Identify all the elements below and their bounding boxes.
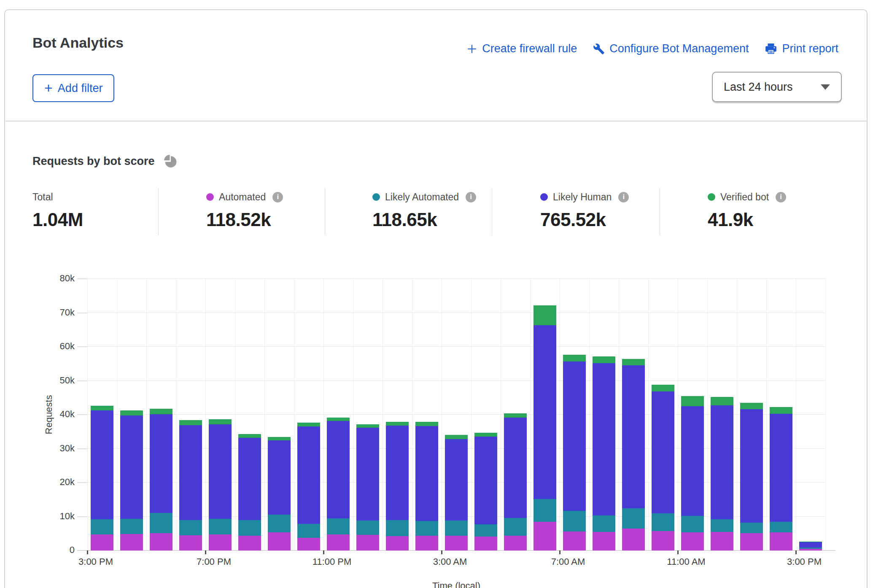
y-tick-label: 30k <box>28 443 75 454</box>
bar-segment-automated <box>150 533 172 550</box>
bar-segment-likely-automated <box>238 520 261 536</box>
info-icon[interactable]: i <box>776 192 786 202</box>
v-gridline <box>264 279 265 550</box>
stat-total: Total 1.04M <box>32 191 83 230</box>
link-label: Create firewall rule <box>482 42 577 55</box>
x-tick <box>559 550 560 554</box>
v-gridline <box>707 279 708 550</box>
bar-segment-likely-automated <box>593 515 615 532</box>
bar-segment-automated <box>238 536 261 550</box>
bar-segment-likely-automated <box>622 508 645 529</box>
v-gridline <box>87 279 88 550</box>
bar-segment-likely-human <box>652 391 674 513</box>
bar-segment-likely-automated <box>415 521 438 536</box>
bar-segment-verified-bot <box>386 422 409 426</box>
bar-segment-likely-automated <box>268 515 291 532</box>
bar-segment-automated <box>534 522 556 550</box>
bar-segment-verified-bot <box>622 359 645 365</box>
configure-bot-management-link[interactable]: Configure Bot Management <box>593 42 749 55</box>
bar-segment-likely-automated <box>209 519 232 534</box>
bar-segment-automated <box>740 533 763 550</box>
y-tick-label: 80k <box>28 273 75 284</box>
bar-segment-verified-bot <box>652 385 674 391</box>
bar-segment-verified-bot <box>474 433 497 437</box>
x-tick-label: 3:00 PM <box>766 556 842 567</box>
bar-segment-likely-human <box>120 415 143 519</box>
bar-segment-likely-human <box>681 406 704 516</box>
bar-segment-likely-automated <box>652 513 674 531</box>
create-firewall-rule-link[interactable]: Create firewall rule <box>466 42 577 55</box>
info-icon[interactable]: i <box>272 192 283 202</box>
stat-divider <box>660 188 660 235</box>
bar-4-00-am[interactable] <box>474 279 497 550</box>
bar-2-00-pm[interactable] <box>770 279 792 550</box>
pie-chart-icon <box>162 153 179 170</box>
stat-label: Automated <box>219 192 266 203</box>
stat-label: Total <box>32 192 53 203</box>
bar-segment-automated <box>445 536 468 550</box>
y-tick-label: 70k <box>28 307 75 318</box>
y-tick <box>77 278 87 279</box>
bar-segment-likely-human <box>268 440 291 515</box>
bar-segment-likely-human <box>150 414 172 513</box>
section-heading-row: Requests by bot score <box>32 153 179 170</box>
bar-segment-likely-automated <box>297 524 320 538</box>
bar-segment-likely-automated <box>356 521 379 535</box>
add-filter-button[interactable]: + Add filter <box>32 74 114 102</box>
stat-value: 41.9k <box>708 209 786 230</box>
bar-7-00-am[interactable] <box>563 279 586 550</box>
bar-6-00-pm[interactable] <box>179 279 202 550</box>
bar-12-00-pm[interactable] <box>711 279 733 550</box>
bar-segment-automated <box>268 532 291 551</box>
bar-3-00-am[interactable] <box>445 279 468 550</box>
bar-11-00-pm[interactable] <box>327 279 350 550</box>
link-label: Configure Bot Management <box>609 42 749 55</box>
info-icon[interactable]: i <box>618 192 629 202</box>
bar-segment-automated <box>622 529 645 550</box>
bar-1-00-pm[interactable] <box>740 279 763 550</box>
v-gridline <box>176 279 176 550</box>
bar-9-00-pm[interactable] <box>268 279 291 550</box>
bar-3-00-pm[interactable] <box>799 279 822 550</box>
bar-3-00-pm[interactable] <box>91 279 113 550</box>
bar-segment-automated <box>474 537 497 550</box>
bar-4-00-pm[interactable] <box>120 279 143 550</box>
bar-segment-likely-human <box>534 325 556 499</box>
bar-5-00-am[interactable] <box>504 279 527 550</box>
bar-segment-verified-bot <box>740 403 763 409</box>
bar-segment-likely-human <box>179 425 202 520</box>
bar-11-00-am[interactable] <box>681 279 704 550</box>
bar-12-00-am[interactable] <box>356 279 379 550</box>
bar-segment-automated <box>415 536 438 550</box>
print-report-link[interactable]: Print report <box>765 42 838 55</box>
time-range-select[interactable]: Last 24 hours <box>712 72 842 102</box>
bar-segment-verified-bot <box>268 437 291 440</box>
bar-segment-likely-automated <box>563 511 586 531</box>
bar-9-00-am[interactable] <box>622 279 645 550</box>
bar-segment-verified-bot <box>120 410 143 415</box>
bar-segment-likely-automated <box>504 518 527 536</box>
bar-5-00-pm[interactable] <box>150 279 172 550</box>
v-gridline <box>678 279 678 550</box>
legend-dot-icon <box>372 193 380 201</box>
bar-segment-likely-human <box>563 361 586 511</box>
bar-6-00-am[interactable] <box>534 279 556 550</box>
bar-8-00-am[interactable] <box>593 279 615 550</box>
bar-segment-automated <box>681 532 704 550</box>
bar-segment-likely-automated <box>534 499 556 522</box>
bar-10-00-am[interactable] <box>652 279 674 550</box>
stat-likely-automated: Likely Automatedi118.65k <box>372 191 476 230</box>
bar-7-00-pm[interactable] <box>209 279 232 550</box>
info-icon[interactable]: i <box>466 192 476 202</box>
v-gridline <box>353 279 353 550</box>
y-tick <box>77 448 87 449</box>
bar-segment-likely-automated <box>445 521 468 536</box>
v-gridline <box>294 279 294 550</box>
v-gridline <box>117 279 117 550</box>
add-filter-label: Add filter <box>58 82 103 95</box>
bar-2-00-am[interactable] <box>415 279 438 550</box>
bar-1-00-am[interactable] <box>386 279 409 550</box>
stat-divider <box>325 188 325 235</box>
bar-10-00-pm[interactable] <box>297 279 320 550</box>
bar-8-00-pm[interactable] <box>238 279 261 550</box>
